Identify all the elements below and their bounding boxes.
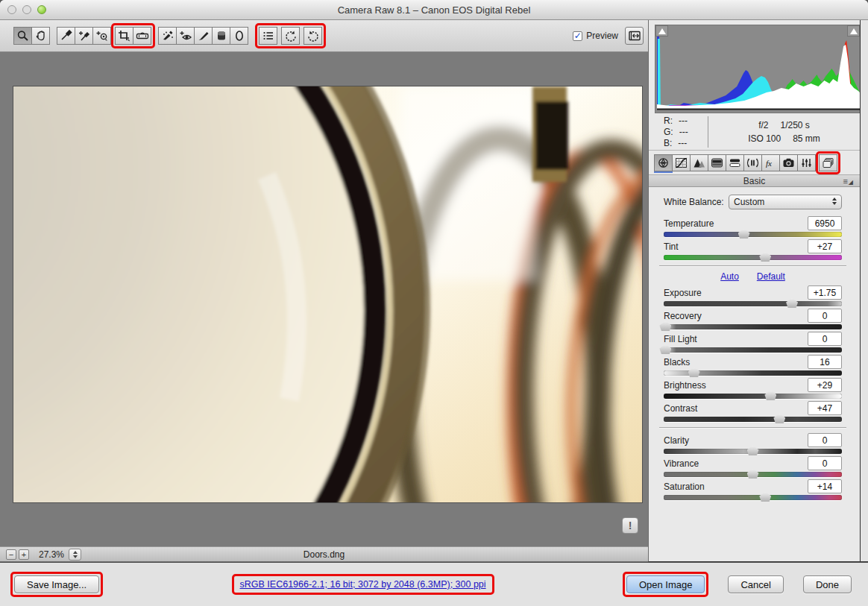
slider-track[interactable] <box>664 495 842 500</box>
hand-icon <box>34 30 48 42</box>
window-title: Camera Raw 8.1 – Canon EOS Digital Rebel <box>0 4 868 16</box>
basic-controls: White Balance: Custom Temperature 6950 T… <box>649 189 860 561</box>
slider-track[interactable] <box>664 324 842 329</box>
preview-label: Preview <box>586 31 618 41</box>
red-eye-removal-tool-button[interactable] <box>176 27 195 45</box>
workflow-options-link[interactable]: sRGB IEC61966-2.1; 16 bit; 3072 by 2048 … <box>236 578 491 591</box>
tab-lens-corrections[interactable] <box>743 154 762 171</box>
targeted-adjustment-icon <box>95 30 109 42</box>
focal-length-value: 85 mm <box>793 133 820 144</box>
tab-basic[interactable] <box>654 154 673 171</box>
slider-label: Tint <box>664 242 679 252</box>
filename-label: Doors.dng <box>0 549 648 560</box>
preview-checkbox[interactable]: ✓ <box>573 31 582 41</box>
crop-tool-button[interactable] <box>115 27 133 45</box>
white-balance-select[interactable]: Custom <box>729 195 842 209</box>
slider-track[interactable] <box>664 301 842 306</box>
tab-camera-calibration[interactable] <box>779 154 798 171</box>
slider-track[interactable] <box>664 232 842 237</box>
slider-row-clarity: Clarity 0 <box>664 433 842 456</box>
slider-value-field[interactable]: +29 <box>808 378 842 392</box>
panel-menu-icon[interactable]: ≡◢ <box>843 177 854 186</box>
tab-presets[interactable] <box>797 154 816 171</box>
image-preview[interactable] <box>13 86 642 502</box>
slider-value-field[interactable]: 0 <box>808 309 842 323</box>
crop-icon <box>118 30 131 42</box>
save-image-button[interactable]: Save Image... <box>14 575 99 593</box>
shadow-clipping-warning-button[interactable] <box>655 25 668 37</box>
slider-value-field[interactable]: 0 <box>808 332 842 346</box>
graduated-filter-tool-button[interactable] <box>212 27 230 45</box>
panel-scrollbar-track[interactable] <box>860 20 868 561</box>
tab-split-toning[interactable] <box>726 154 744 171</box>
slider-label: Temperature <box>664 218 714 229</box>
red-eye-icon <box>179 30 192 42</box>
slider-value-field[interactable]: +1.75 <box>808 285 842 300</box>
status-bar: − + 27.3% Doors.dng <box>0 546 648 562</box>
spot-removal-tool-button[interactable] <box>158 27 177 45</box>
slider-track[interactable] <box>664 417 842 422</box>
slider-track[interactable] <box>664 472 842 477</box>
slider-value-field[interactable]: +47 <box>808 401 842 415</box>
rotate-right-button[interactable] <box>304 27 322 45</box>
slider-track[interactable] <box>664 347 842 353</box>
slider-value-field[interactable]: 0 <box>808 433 842 447</box>
rotate-cw-icon <box>306 30 320 42</box>
slider-label: Brightness <box>664 380 706 391</box>
highlight-clipping-warning-button[interactable] <box>847 25 860 37</box>
r-value: --- <box>679 116 688 126</box>
slider-label: Saturation <box>664 482 705 492</box>
tab-snapshots[interactable] <box>819 154 837 171</box>
divider <box>659 427 846 429</box>
radial-filter-icon <box>233 30 246 42</box>
targeted-adjustment-tool-button[interactable] <box>92 27 111 45</box>
tab-effects[interactable]: fx <box>761 154 780 171</box>
slider-track[interactable] <box>664 394 842 399</box>
slider-row-brightness: Brightness +29 <box>664 378 842 401</box>
photo-washer-doors <box>13 86 642 502</box>
aperture-value: f/2 <box>758 120 768 130</box>
hand-tool-button[interactable] <box>31 27 50 45</box>
slider-value-field[interactable]: +14 <box>808 479 842 493</box>
tab-detail[interactable] <box>690 154 708 171</box>
tab-tone-curve[interactable] <box>672 154 691 171</box>
color-sampler-tool-button[interactable] <box>75 27 93 45</box>
slider-track[interactable] <box>664 370 842 376</box>
white-balance-value: Custom <box>734 197 764 207</box>
slider-value-field[interactable]: 0 <box>808 456 842 470</box>
slider-value-field[interactable]: +27 <box>808 239 842 253</box>
processing-warning-button[interactable]: ! <box>622 517 638 534</box>
slider-value-field[interactable]: 6950 <box>808 216 842 230</box>
rotate-left-button[interactable] <box>281 27 300 45</box>
slider-track[interactable] <box>664 449 842 454</box>
default-link[interactable]: Default <box>757 271 785 284</box>
open-image-button[interactable]: Open Image <box>626 575 705 593</box>
list-preferences-icon <box>262 30 275 42</box>
slider-value-field[interactable]: 16 <box>808 355 842 369</box>
radial-filter-tool-button[interactable] <box>230 27 248 45</box>
white-balance-tool-button[interactable] <box>57 27 75 45</box>
slider-label: Clarity <box>664 435 689 446</box>
open-image-highlight: Open Image <box>623 572 709 597</box>
b-value: --- <box>678 138 687 148</box>
cancel-button[interactable]: Cancel <box>728 575 783 593</box>
fullscreen-toggle-button[interactable] <box>625 27 644 45</box>
tab-hsl-grayscale[interactable] <box>708 154 726 171</box>
done-button[interactable]: Done <box>803 575 852 593</box>
preferences-button[interactable] <box>259 27 277 45</box>
slider-track[interactable] <box>664 255 842 260</box>
preferences-rotate-highlight <box>255 23 326 48</box>
hsl-icon <box>711 157 723 168</box>
detail-sharpen-icon <box>693 157 705 168</box>
adjustment-brush-tool-button[interactable] <box>194 27 213 45</box>
g-value: --- <box>679 127 688 137</box>
white-balance-label: White Balance: <box>664 197 724 207</box>
image-info-block: R:--- G:--- B:--- f/21/250 s ISO 10085 m… <box>649 113 860 151</box>
exif-readout: f/21/250 s ISO 10085 mm <box>708 120 860 144</box>
auto-link[interactable]: Auto <box>720 271 739 284</box>
camera-icon <box>782 157 795 168</box>
straighten-tool-button[interactable] <box>133 27 151 45</box>
zoom-tool-button[interactable] <box>13 27 32 45</box>
fullscreen-icon <box>628 30 641 42</box>
adjustments-panel: R:--- G:--- B:--- f/21/250 s ISO 10085 m… <box>648 20 868 562</box>
